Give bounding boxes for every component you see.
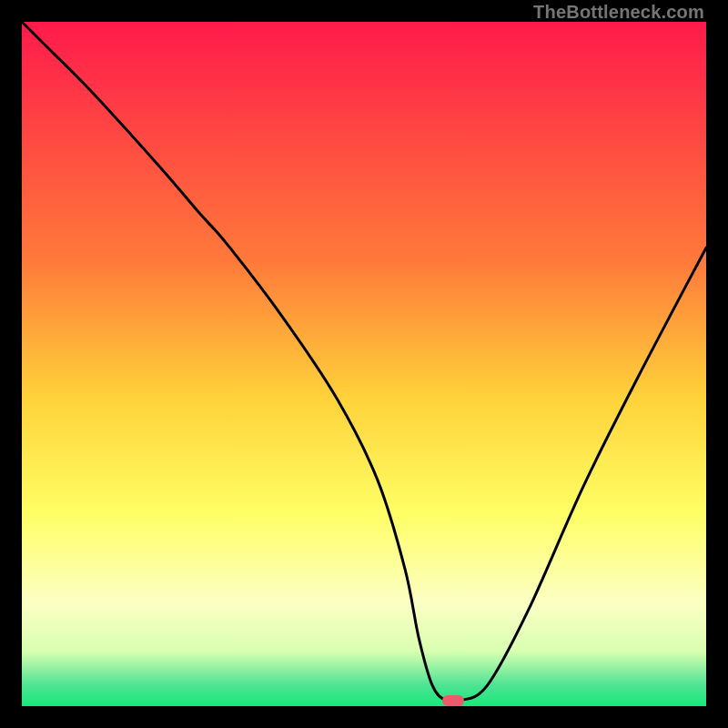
watermark-text: TheBottleneck.com: [533, 2, 704, 23]
chart-frame: TheBottleneck.com: [0, 0, 728, 728]
bottleneck-curve: [22, 22, 706, 706]
plot-area: [22, 22, 706, 706]
optimal-marker: [442, 695, 464, 706]
